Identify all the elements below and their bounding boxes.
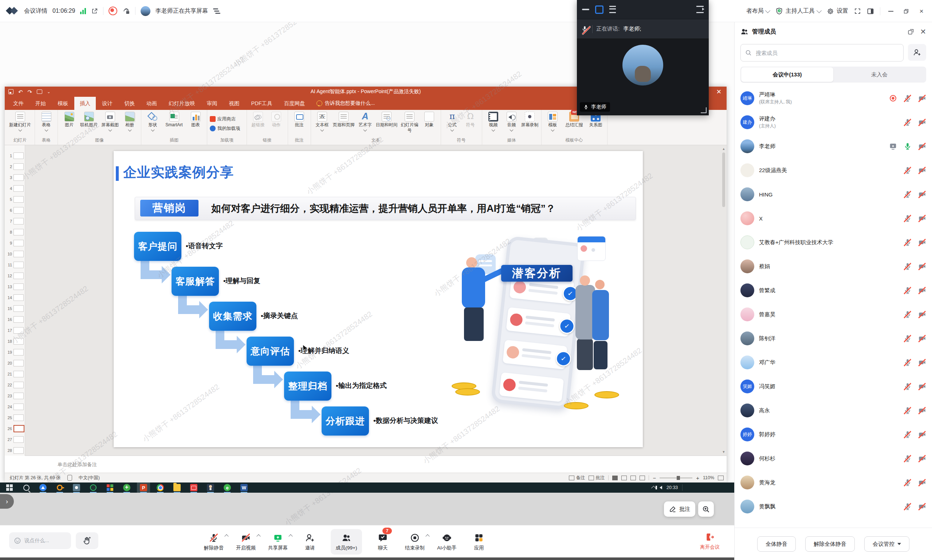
member-row[interactable]: 建办 评建办 (主持人) xyxy=(734,110,932,134)
ppt-notes-pane[interactable]: 单击此处添加备注 xyxy=(25,455,727,474)
member-camera-off-icon[interactable] xyxy=(918,286,926,295)
member-mic-off-icon[interactable] xyxy=(903,94,912,103)
tab-file[interactable]: 文件 xyxy=(8,97,29,110)
scrollbar-thumb[interactable] xyxy=(722,152,725,207)
slide-thumbnail-row[interactable]: 23 xyxy=(5,391,25,402)
volume-icon[interactable] xyxy=(660,486,662,489)
member-row[interactable]: 高永 xyxy=(734,398,932,423)
zoom-slider[interactable] xyxy=(660,477,692,478)
slide-thumbnail-row[interactable]: 28 xyxy=(5,445,25,455)
start-video-button[interactable]: 开启视频 xyxy=(235,529,257,555)
ppt-quick-access-toolbar[interactable]: ↶ ↷ ⌄ xyxy=(8,89,50,95)
layout-window-icon[interactable] xyxy=(595,5,603,14)
member-search-box[interactable] xyxy=(741,44,904,62)
slide-thumbnail-row[interactable]: 24 xyxy=(5,402,25,412)
tab-review[interactable]: 审阅 xyxy=(201,97,223,110)
chevron-up-icon[interactable] xyxy=(289,534,292,538)
slide-thumbnail-row[interactable]: 18 xyxy=(5,336,25,347)
minimize-window-button[interactable] xyxy=(886,6,896,16)
slide-scrollbar[interactable]: ▲ ▼ xyxy=(722,147,726,454)
search-input[interactable] xyxy=(755,49,899,56)
app-store-button[interactable]: 应用商店 xyxy=(210,115,236,123)
zoom-level[interactable]: 110% xyxy=(703,475,714,480)
new-slide-button[interactable]: 新建幻灯片 xyxy=(8,111,32,131)
chart-button[interactable]: 图表 xyxy=(187,111,204,128)
member-camera-off-icon[interactable] xyxy=(918,214,926,223)
member-row[interactable]: 靖琳 严靖琳 (联席主持人, 我) xyxy=(734,86,932,110)
smartart-button[interactable]: SmartArt xyxy=(162,111,186,128)
video-button[interactable]: 视频 xyxy=(485,111,502,131)
slide-thumbnail-row[interactable]: 26 xyxy=(5,423,25,434)
member-camera-off-icon[interactable] xyxy=(918,406,926,415)
audio-button[interactable]: 音频 xyxy=(503,111,520,131)
symbol-button[interactable]: 符号 xyxy=(462,111,479,128)
slide-thumbnail-row[interactable]: 9 xyxy=(5,238,25,249)
restore-window-button[interactable] xyxy=(901,6,911,16)
recording-indicator-icon[interactable] xyxy=(108,6,117,15)
album-button[interactable]: 相册 xyxy=(121,111,138,131)
slide-thumbnail-row[interactable]: 16 xyxy=(5,314,25,325)
wordart-button[interactable]: 艺术字 xyxy=(356,111,374,131)
chevron-up-icon[interactable] xyxy=(425,534,429,538)
taskbar-app-icon[interactable] xyxy=(204,483,217,493)
member-camera-off-icon[interactable] xyxy=(918,358,926,367)
speaker-layout-menu[interactable]: 者布局 xyxy=(746,7,770,15)
member-mic-off-icon[interactable] xyxy=(903,382,912,391)
member-mic-off-icon[interactable] xyxy=(903,334,912,343)
slide-thumbnail-row[interactable]: 27 xyxy=(5,434,25,445)
tray-clock[interactable]: 20:33 xyxy=(667,485,678,490)
slide-thumbnail-row[interactable]: 20 xyxy=(5,358,25,369)
member-camera-off-icon[interactable] xyxy=(918,118,926,127)
save-icon[interactable] xyxy=(8,89,14,94)
resize-handle[interactable] xyxy=(701,107,707,113)
slide-thumbnail-row[interactable]: 22 xyxy=(5,380,25,391)
comment-button[interactable]: 批注 xyxy=(291,111,308,128)
slideshow-icon[interactable] xyxy=(37,89,42,94)
member-camera-off-icon[interactable] xyxy=(918,382,926,391)
template-button[interactable]: 模板 xyxy=(544,111,562,131)
slideshow-view-icon[interactable] xyxy=(640,475,645,480)
zoom-in-button[interactable] xyxy=(698,502,714,517)
member-camera-off-icon[interactable] xyxy=(918,478,926,487)
members-button[interactable]: 成员(99+) xyxy=(331,529,362,555)
slide-thumbnail-row[interactable]: 5 xyxy=(5,194,25,205)
mute-all-button[interactable]: 全体静音 xyxy=(757,536,796,552)
my-addins-button[interactable]: 我的加载项 xyxy=(210,125,244,132)
minimize-icon[interactable] xyxy=(582,9,589,10)
unmute-button[interactable]: 解除静音 xyxy=(202,529,225,555)
close-window-button[interactable]: × xyxy=(917,6,926,16)
tray-expand-icon[interactable] xyxy=(651,486,656,491)
slide-thumbnail-row[interactable]: 25 xyxy=(5,412,25,423)
meeting-control-button[interactable]: 会议管控 xyxy=(864,536,909,552)
tab-home[interactable]: 开始 xyxy=(30,97,51,110)
external-link-icon[interactable] xyxy=(91,8,98,15)
popout-panel-icon[interactable] xyxy=(907,28,914,35)
ppt-close-icon[interactable]: ✕ xyxy=(716,88,722,96)
table-button[interactable]: 表格 xyxy=(37,111,55,131)
member-row[interactable]: 陈钊洋 xyxy=(734,326,932,351)
meeting-details-link[interactable]: 会议详情 xyxy=(24,7,47,15)
tab-transitions[interactable]: 切换 xyxy=(119,97,140,110)
tab-slideshow[interactable]: 幻灯片放映 xyxy=(163,97,201,110)
fit-to-window-icon[interactable] xyxy=(718,475,724,480)
member-row[interactable]: 蔡娟 xyxy=(734,254,932,278)
hyperlink-button[interactable]: 超链接 xyxy=(250,111,267,128)
chat-button[interactable]: 7 聊天 xyxy=(372,529,394,555)
member-camera-off-icon[interactable] xyxy=(918,503,926,511)
slide-sorter-view-icon[interactable] xyxy=(621,475,627,480)
taskbar-app-icon[interactable] xyxy=(20,483,33,493)
member-camera-off-icon[interactable] xyxy=(918,142,926,151)
taskbar-app-icon[interactable]: W xyxy=(238,483,251,493)
scroll-up-icon[interactable]: ▲ xyxy=(722,147,726,151)
slide-thumbnail-row[interactable]: 14 xyxy=(5,292,25,303)
tab-animations[interactable]: 动画 xyxy=(141,97,162,110)
member-mic-off-icon[interactable] xyxy=(903,166,912,175)
ai-assistant-button[interactable]: AI小助手 xyxy=(435,529,458,555)
comments-toggle[interactable]: 批注 xyxy=(589,475,605,481)
member-mic-off-icon[interactable] xyxy=(903,478,912,487)
member-mic-off-icon[interactable] xyxy=(903,311,912,319)
settings-button[interactable]: 设置 xyxy=(827,7,848,15)
member-row[interactable]: 笑媚 冯笑媚 xyxy=(734,374,932,398)
language-status[interactable]: 中文(中国) xyxy=(79,475,100,481)
member-row[interactable]: 邓广华 xyxy=(734,351,932,374)
